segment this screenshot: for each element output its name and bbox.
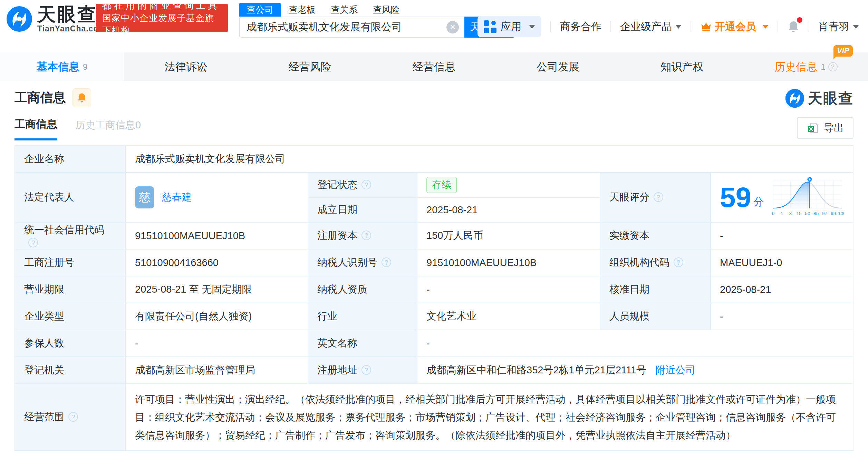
caret-down-icon <box>529 25 535 29</box>
field-label: 登记状态? <box>308 173 417 197</box>
divider <box>809 21 809 32</box>
help-icon[interactable]: ? <box>382 257 391 267</box>
help-icon[interactable]: ? <box>654 192 663 202</box>
crown-icon <box>700 21 712 32</box>
field-label: 纳税人资质 <box>308 276 417 303</box>
approve-date-value: 2025-08-21 <box>711 276 853 303</box>
help-icon[interactable]: ? <box>68 412 78 422</box>
promo-banner: 都在用的商业查询工具 国家中小企业发展子基金旗下机构 <box>96 4 228 32</box>
taxpayer-quality-value: - <box>417 276 600 303</box>
search-input[interactable] <box>239 17 464 38</box>
subtab-history-business-info[interactable]: 历史工商信息0 <box>75 118 141 140</box>
subtab-business-info[interactable]: 工商信息 <box>15 117 57 140</box>
tab-operation-info[interactable]: 经营信息 <box>372 52 496 81</box>
help-icon[interactable]: ? <box>361 231 371 240</box>
divider <box>778 21 778 32</box>
reg-capital-value: 150万人民币 <box>417 222 600 249</box>
bell-icon <box>77 92 87 103</box>
search-tab-relation[interactable]: 查关系 <box>323 3 365 17</box>
field-label: 参保人数 <box>15 330 126 357</box>
business-info-table: 企业名称 成都乐式贩卖机文化发展有限公司 法定代表人 慈 慈春建 登记状态? 存… <box>15 145 853 451</box>
export-button[interactable]: 导出 <box>797 117 853 139</box>
username: 肖青羽 <box>818 20 849 34</box>
divider <box>610 21 611 32</box>
tab-history-info[interactable]: 历史信息 1 ? VIP <box>744 52 868 81</box>
table-row: 企业名称 成都乐式贩卖机文化发展有限公司 <box>15 146 853 173</box>
insured-count-value: - <box>126 330 308 357</box>
reg-authority-value: 成都高新区市场监督管理局 <box>126 357 308 384</box>
header: 天眼查 TianYanCha.com 都在用的商业查询工具 国家中小企业发展子基… <box>0 0 868 52</box>
tab-count: 1 <box>821 62 825 72</box>
tab-company-development[interactable]: 公司发展 <box>496 52 620 81</box>
table-row: 参保人数 - 英文名称 - <box>15 330 853 357</box>
reg-address-value: 成都高新区中和仁和路352号2栋1单元21层2111号 <box>426 364 646 375</box>
tab-legal-proceedings[interactable]: 法律诉讼 <box>124 52 248 81</box>
tab-operation-risk[interactable]: 经营风险 <box>248 52 372 81</box>
svg-text:15: 15 <box>797 211 802 216</box>
field-label: 实缴资本 <box>600 222 711 249</box>
excel-icon <box>807 122 819 134</box>
table-row: 企业类型 有限责任公司(自然人独资) 行业 文化艺术业 人员规模 - <box>15 303 853 330</box>
help-icon[interactable]: ? <box>28 238 38 247</box>
score-distribution-chart: 0131550859799100 <box>771 176 844 218</box>
caret-down-icon <box>675 25 682 29</box>
field-label: 登记机关 <box>15 357 126 384</box>
notification-dot <box>797 17 802 23</box>
apps-button[interactable]: 应用 <box>478 16 541 37</box>
vip-badge: VIP <box>833 45 852 57</box>
search-tabs: 查公司 查老板 查关系 查风险 <box>239 3 515 17</box>
apps-grid-icon <box>484 20 496 33</box>
legal-rep-avatar[interactable]: 慈 <box>135 186 154 208</box>
help-icon[interactable]: ? <box>828 62 838 71</box>
search-tab-boss[interactable]: 查老板 <box>281 3 323 17</box>
field-label: 注册地址? <box>308 357 417 384</box>
divider <box>691 21 691 32</box>
tianyancha-logo[interactable]: 天眼查 TianYanCha.com <box>6 4 106 33</box>
notification-bell-icon[interactable] <box>787 20 800 33</box>
search-tab-risk[interactable]: 查风险 <box>365 3 407 17</box>
tab-basic-info[interactable]: 基本信息 9 <box>0 52 124 81</box>
field-label: 组织机构代码? <box>600 249 711 276</box>
nav-business-cooperation[interactable]: 商务合作 <box>560 20 601 34</box>
field-label: 核准日期 <box>600 276 711 303</box>
english-name-value: - <box>417 330 853 357</box>
search-tab-company[interactable]: 查公司 <box>239 3 281 17</box>
header-right-nav: 应用 商务合作 企业级产品 开通会员 <box>478 16 859 37</box>
nearby-companies-link[interactable]: 附近公司 <box>655 364 695 375</box>
svg-text:85: 85 <box>813 211 819 216</box>
field-label: 统一社会信用代码? <box>15 222 126 249</box>
paid-capital-value: - <box>711 222 853 249</box>
legal-rep-link[interactable]: 慈春建 <box>162 190 192 204</box>
table-row: 工商注册号 510109004163660 纳税人识别号? 91510100MA… <box>15 249 853 276</box>
field-label: 纳税人识别号? <box>308 249 417 276</box>
credit-code-value: 91510100MAEUUEJ10B <box>126 222 308 249</box>
section-title: 工商信息 <box>15 89 66 106</box>
nav-enterprise-products[interactable]: 企业级产品 <box>620 20 682 34</box>
company-section-tabs: 基本信息 9 法律诉讼 经营风险 经营信息 公司发展 知识产权 历史信息 1 ?… <box>0 52 868 81</box>
industry-value: 文化艺术业 <box>417 303 600 330</box>
table-row: 登记机关 成都高新区市场监督管理局 注册地址? 成都高新区中和仁和路352号2栋… <box>15 357 853 384</box>
user-menu[interactable]: 肖青羽 <box>818 20 859 34</box>
field-label: 人员规模 <box>600 303 711 330</box>
nav-open-vip[interactable]: 开通会员 <box>700 20 769 34</box>
help-icon[interactable]: ? <box>361 365 371 375</box>
clear-search-icon[interactable]: ✕ <box>446 21 459 33</box>
table-row: 营业期限 2025-08-21 至 无固定期限 纳税人资质 - 核准日期 202… <box>15 276 853 303</box>
staff-size-value: - <box>711 303 853 330</box>
main-content: 工商信息 天眼查 工商信息 历史工商信息0 <box>0 88 868 451</box>
help-icon[interactable]: ? <box>674 257 683 267</box>
field-label: 天眼评分? <box>600 173 711 222</box>
monitor-bell-button[interactable] <box>73 88 91 107</box>
search-area: 查公司 查老板 查关系 查风险 ✕ 天眼一下 <box>239 3 515 38</box>
field-label: 企业名称 <box>15 146 126 173</box>
caret-down-icon <box>762 25 769 29</box>
svg-text:1: 1 <box>781 211 783 216</box>
help-icon[interactable]: ? <box>361 180 371 189</box>
svg-text:3: 3 <box>789 211 792 216</box>
field-label: 企业类型 <box>15 303 126 330</box>
table-row: 统一社会信用代码? 91510100MAEUUEJ10B 注册资本? 150万人… <box>15 222 853 249</box>
tab-intellectual-property[interactable]: 知识产权 <box>620 52 744 81</box>
promo-line2: 国家中小企业发展子基金旗下机构 <box>102 12 222 37</box>
field-label: 注册资本? <box>308 222 417 249</box>
tyc-score-unit: 分 <box>753 195 764 209</box>
